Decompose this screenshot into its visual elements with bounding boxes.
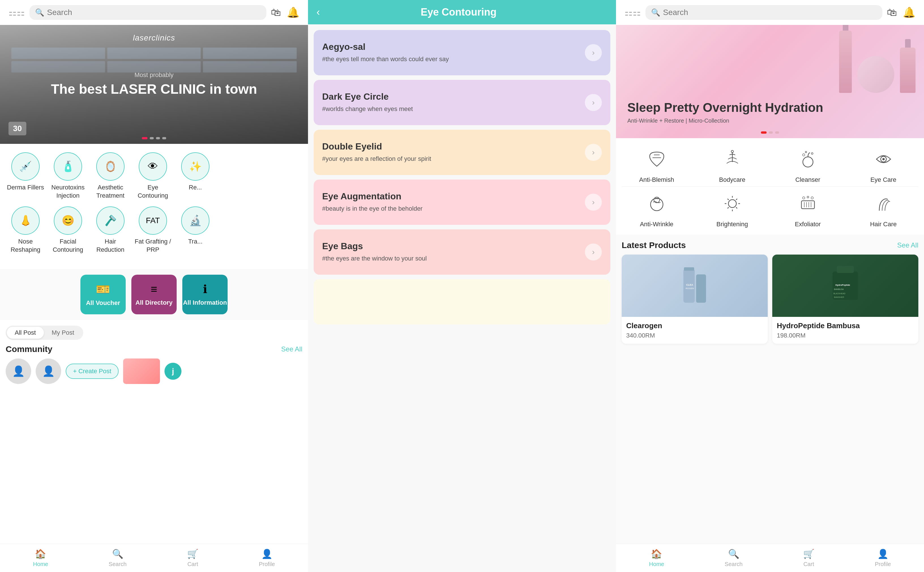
svg-point-4 — [803, 154, 805, 156]
clearogen-info: Clearogen 340.00RM — [622, 317, 768, 344]
grid-icon-3: ⚏⚏ — [624, 7, 641, 18]
eye-card-eye-augmentation[interactable]: Eye Augmentation #beauty is in the eye o… — [314, 180, 610, 225]
re-label: Re... — [189, 183, 202, 192]
tra-icon: 🔬 — [181, 207, 210, 235]
nav-search-1[interactable]: 🔍 Search — [109, 549, 127, 567]
eye-bags-content: Eye Bags #the eyes are the window to you… — [322, 241, 585, 263]
nav-home-1[interactable]: 🏠 Home — [33, 549, 48, 567]
all-voucher-button[interactable]: 🎫 All Voucher — [81, 275, 126, 314]
clearogen-image: CLEA ROGEN — [622, 255, 768, 317]
profile-nav-label-1: Profile — [259, 561, 275, 567]
category-item-hair-reduction[interactable]: 🪒 Hair Reduction — [91, 207, 130, 254]
eye-card-double-eyelid[interactable]: Double Eyelid #your eyes are a reflectio… — [314, 130, 610, 175]
search-input-1[interactable] — [47, 8, 261, 17]
hero-dot — [142, 137, 148, 139]
hydropeptide-info: HydroPeptide Bambusa 198.00RM — [772, 317, 918, 344]
hero-subtitle-1: Most probably — [135, 72, 174, 79]
category-item-neurotoxins[interactable]: 🧴 Neurotoxins Injection — [48, 152, 88, 200]
nav-home-3[interactable]: 🏠 Home — [649, 549, 664, 567]
home-label-3: Home — [649, 561, 664, 567]
anti-blemish-label: Anti-Blemish — [639, 176, 674, 183]
cart-icon-1[interactable]: 🛍 — [271, 6, 281, 19]
svg-rect-20 — [801, 201, 814, 209]
bottom-nav-1: 🏠 Home 🔍 Search 🛒 Cart 👤 Profile — [0, 544, 308, 572]
hair-reduction-icon: 🪒 — [96, 207, 124, 235]
category-item-aesthetic[interactable]: 🪞 Aesthetic Treatment — [91, 152, 130, 200]
nav-cart-1[interactable]: 🛒 Cart — [187, 549, 199, 567]
product-hero-dot — [761, 131, 767, 134]
search-bar-1[interactable]: 🔍 — [30, 5, 266, 20]
top-bar-3: ⚏⚏ 🔍 🛍 🔔 — [616, 0, 924, 25]
category-item-fat-grafting[interactable]: FAT Fat Grafting / PRP — [133, 207, 173, 254]
cat-item-hair-care[interactable]: Hair Care — [848, 190, 918, 228]
all-post-toggle[interactable]: All Post — [7, 327, 44, 339]
hair-reduction-label: Hair Reduction — [91, 238, 130, 254]
info-label: All Information — [183, 299, 227, 306]
back-button[interactable]: ‹ — [317, 6, 320, 18]
category-item-eye-contouring[interactable]: 👁 Eye Contouring — [133, 152, 173, 200]
panel-1: ⚏⚏ 🔍 🛍 🔔 laserclinics Most probably The … — [0, 0, 308, 572]
eye-card-last[interactable] — [314, 279, 610, 325]
svg-line-19 — [728, 207, 729, 208]
cat-item-eye-care[interactable]: Eye Care — [848, 145, 918, 183]
nav-profile-1[interactable]: 👤 Profile — [259, 549, 275, 567]
hydropeptide-name: HydroPeptide Bambusa — [777, 322, 914, 330]
tra-label: Tra... — [188, 238, 203, 246]
community-see-all[interactable]: See All — [281, 345, 302, 353]
product-hero-subtitle: Anti-Wrinkle + Restore | Micro-Collectio… — [627, 118, 823, 124]
cart-icon-3[interactable]: 🛍 — [887, 6, 897, 19]
nav-cart-3[interactable]: 🛒 Cart — [803, 549, 814, 567]
all-directory-button[interactable]: ≡ All Directory — [131, 275, 177, 314]
category-item-re[interactable]: ✨ Re... — [175, 152, 215, 200]
facial-label: Facial Contouring — [48, 238, 88, 254]
product-card-hydropeptide[interactable]: HydroPeptide BAMBUSA BLACKHEAD BANISHER … — [772, 255, 918, 344]
category-item-tra[interactable]: 🔬 Tra... — [175, 207, 215, 254]
nav-profile-3[interactable]: 👤 Profile — [875, 549, 891, 567]
svg-text:CLEA: CLEA — [686, 283, 693, 286]
latest-products-see-all[interactable]: See All — [897, 241, 918, 249]
hydropeptide-price: 198.00RM — [777, 332, 914, 339]
cat-item-anti-wrinkle[interactable]: Anti-Wrinkle — [622, 190, 692, 228]
fat-grafting-icon: FAT — [139, 207, 167, 235]
eye-contouring-label: Eye Contouring — [133, 183, 173, 200]
eye-contouring-icon: 👁 — [139, 152, 167, 181]
bell-icon-3[interactable]: 🔔 — [903, 6, 916, 19]
cat-item-cleanser[interactable]: Cleanser — [773, 145, 843, 183]
search-input-3[interactable] — [663, 8, 877, 17]
bodycare-icon — [718, 145, 747, 173]
aegyo-sal-content: Aegyo-sal #the eyes tell more than words… — [322, 42, 585, 64]
hydropeptide-image: HydroPeptide BAMBUSA BLACKHEAD BANISHER — [772, 255, 918, 317]
eye-card-aegyo-sal[interactable]: Aegyo-sal #the eyes tell more than words… — [314, 30, 610, 75]
eye-card-dark-eye-circle[interactable]: Dark Eye Circle #worlds change when eyes… — [314, 80, 610, 125]
community-section: All Post My Post Community See All 👤 👤 +… — [0, 320, 308, 544]
latest-products-title: Latest Products — [622, 240, 686, 250]
top-bar-icons-3: 🛍 🔔 — [887, 6, 916, 19]
cat-item-anti-blemish[interactable]: Anti-Blemish — [622, 145, 692, 183]
eye-card-eye-bags[interactable]: Eye Bags #the eyes are the window to you… — [314, 229, 610, 275]
nav-search-3[interactable]: 🔍 Search — [725, 549, 742, 567]
cat-item-bodycare[interactable]: Bodycare — [697, 145, 767, 183]
cat-item-brightening[interactable]: Brightening — [697, 190, 767, 228]
search-bar-3[interactable]: 🔍 — [646, 5, 882, 20]
eye-contouring-header: ‹ Eye Contouring — [308, 0, 616, 24]
eye-augmentation-chevron: › — [585, 194, 602, 211]
community-posts: 👤 👤 + Create Post j — [6, 359, 302, 384]
product-cat-row-2: Anti-Wrinkle Brighten — [622, 190, 918, 228]
search-nav-icon-1: 🔍 — [112, 549, 123, 559]
brightening-label: Brightening — [716, 221, 748, 228]
my-post-toggle[interactable]: My Post — [44, 327, 82, 339]
product-hero-banner: Sleep Pretty Overnight Hydration Anti-Wr… — [616, 25, 924, 138]
bell-icon-1[interactable]: 🔔 — [287, 6, 300, 19]
create-post-button[interactable]: + Create Post — [66, 364, 119, 379]
cat-item-exfoliator[interactable]: Exfoliator — [773, 190, 843, 228]
category-item-facial[interactable]: 😊 Facial Contouring — [48, 207, 88, 254]
all-information-button[interactable]: ℹ All Information — [182, 275, 228, 314]
anti-blemish-icon — [643, 145, 671, 173]
profile-nav-label-3: Profile — [875, 561, 891, 567]
product-card-clearogen[interactable]: CLEA ROGEN Clearogen 340.00RM — [622, 255, 768, 344]
category-item-nose[interactable]: 👃 Nose Reshaping — [6, 207, 45, 254]
hero-badge-1: 30 — [8, 122, 26, 135]
svg-text:ROGEN: ROGEN — [686, 287, 694, 290]
category-item-derma-fillers[interactable]: 💉 Derma Fillers — [6, 152, 45, 200]
cleanser-label: Cleanser — [795, 176, 820, 183]
